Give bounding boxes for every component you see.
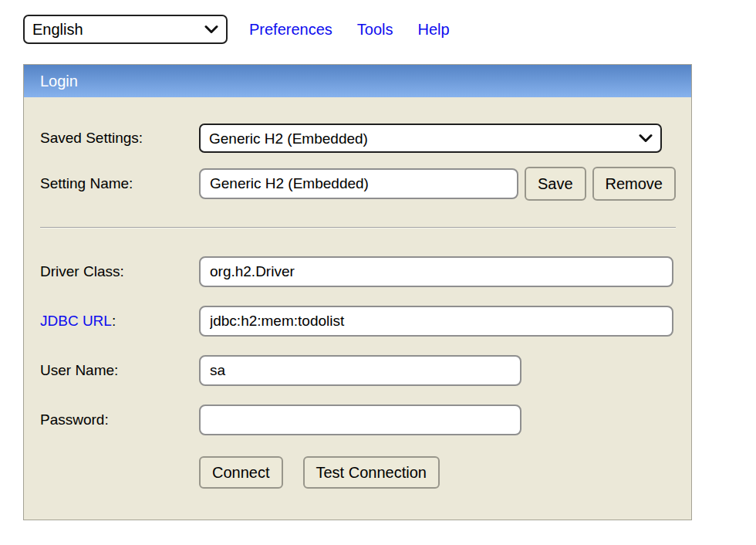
setting-name-input[interactable] [199, 168, 518, 199]
login-panel: Login Saved Settings: Generic H2 (Embedd… [23, 64, 692, 520]
user-name-label: User Name: [40, 362, 199, 379]
jdbc-url-label: JDBC URL: [40, 313, 199, 330]
jdbc-url-input[interactable] [199, 306, 673, 337]
test-connection-button[interactable]: Test Connection [303, 456, 440, 489]
top-bar: English Preferences Tools Help [23, 15, 474, 44]
connect-button[interactable]: Connect [199, 456, 283, 489]
password-label: Password: [40, 411, 199, 428]
panel-header: Login [24, 65, 691, 97]
driver-class-label: Driver Class: [40, 263, 199, 280]
login-form: Saved Settings: Generic H2 (Embedded) Se… [24, 97, 691, 489]
save-button[interactable]: Save [525, 167, 586, 201]
saved-settings-select[interactable]: Generic H2 (Embedded) [199, 124, 662, 153]
link-tools[interactable]: Tools [357, 21, 393, 39]
saved-settings-label: Saved Settings: [40, 130, 199, 147]
password-input[interactable] [199, 405, 521, 435]
language-select[interactable]: English [23, 15, 228, 44]
user-name-input[interactable] [199, 355, 521, 386]
driver-class-input[interactable] [199, 256, 673, 287]
remove-button[interactable]: Remove [592, 167, 676, 201]
link-preferences[interactable]: Preferences [249, 21, 332, 39]
setting-name-label: Setting Name: [40, 175, 199, 192]
panel-title: Login [40, 73, 78, 90]
jdbc-url-link[interactable]: JDBC URL [40, 313, 112, 329]
jdbc-url-colon: : [112, 313, 116, 329]
divider [40, 227, 676, 228]
link-help[interactable]: Help [418, 21, 450, 39]
